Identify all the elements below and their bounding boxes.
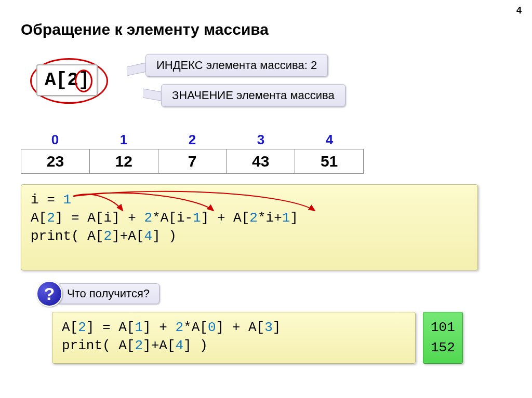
code-text: *i+ <box>258 210 282 226</box>
code-number: 2 <box>103 228 112 244</box>
code-text: ] + <box>143 320 175 335</box>
callout-tail-icon <box>143 88 164 101</box>
value-callout: ЗНАЧЕНИЕ элемента массива <box>161 84 345 107</box>
array-table: 0 1 2 3 4 23 12 7 43 51 <box>21 132 364 174</box>
result-value: 101 <box>431 318 455 338</box>
code-text: ]+A[ <box>112 228 144 244</box>
index-callout: ИНДЕКС элемента массива: 2 <box>145 54 328 77</box>
value-row: 23 12 7 43 51 <box>21 149 364 174</box>
code-number: 2 <box>47 210 55 226</box>
code-number: 4 <box>144 228 152 244</box>
element-diagram: A[2] ИНДЕКС элемента массива: 2 ЗНАЧЕНИЕ… <box>21 44 511 127</box>
index-cell: 3 <box>227 132 295 149</box>
callout-tail-icon <box>127 62 148 76</box>
index-cell: 0 <box>21 132 89 149</box>
code-number: 1 <box>135 320 143 335</box>
code-number: 2 <box>175 320 183 335</box>
code-text: ] + A[ <box>201 210 250 226</box>
index-cell: 2 <box>158 132 227 149</box>
page-number: 4 <box>516 5 522 16</box>
code-text: ] = A[i] + <box>55 210 144 226</box>
expr-a: A[ <box>45 70 67 91</box>
index-cell: 4 <box>295 132 364 149</box>
result-box: 101 152 <box>423 312 463 364</box>
code-number: 1 <box>282 210 290 226</box>
page-title: Обращение к элементу массива <box>21 21 511 38</box>
main-code-block: i = 1 A[2] = A[i] + 2*A[i-1] + A[2*i+1] … <box>21 184 478 270</box>
value-cell: 43 <box>227 149 295 173</box>
code-text: print( A[ <box>31 228 103 244</box>
code-text: *A[ <box>183 320 208 335</box>
code-text: A[ <box>62 320 78 335</box>
code-text: i = <box>31 192 63 208</box>
code-number: 1 <box>63 192 71 208</box>
inner-circle-icon <box>75 70 92 92</box>
code-number: 3 <box>264 320 273 335</box>
code-text: ] <box>273 320 281 335</box>
index-row: 0 1 2 3 4 <box>21 132 364 149</box>
code-number: 1 <box>193 210 201 226</box>
code-number: 2 <box>249 210 258 226</box>
code-number: 2 <box>78 320 86 335</box>
answer-row: A[2] = A[1] + 2*A[0] + A[3] print( A[2]+… <box>52 312 511 364</box>
secondary-code-block: A[2] = A[1] + 2*A[0] + A[3] print( A[2]+… <box>52 312 416 364</box>
index-cell: 1 <box>89 132 158 149</box>
code-text: ] ) <box>183 338 208 353</box>
value-cell: 23 <box>21 149 90 173</box>
code-text: A[ <box>31 210 47 226</box>
code-number: 2 <box>135 338 143 353</box>
code-number: 0 <box>208 320 216 335</box>
code-text: *A[i- <box>152 210 193 226</box>
value-cell: 7 <box>158 149 227 173</box>
code-text: ] = A[ <box>86 320 135 335</box>
code-text: ] ) <box>152 228 177 244</box>
code-text: print( A[ <box>62 338 135 353</box>
question-row: ? Что получится? <box>36 281 511 307</box>
code-number: 4 <box>175 338 183 353</box>
code-number: 2 <box>144 210 152 226</box>
result-value: 152 <box>431 338 455 358</box>
code-text: ] + A[ <box>216 320 265 335</box>
value-cell: 12 <box>90 149 158 173</box>
question-bubble: Что получится? <box>57 283 159 304</box>
value-cell: 51 <box>295 149 363 173</box>
code-text: ] <box>290 210 298 226</box>
code-text: ]+A[ <box>143 338 175 353</box>
